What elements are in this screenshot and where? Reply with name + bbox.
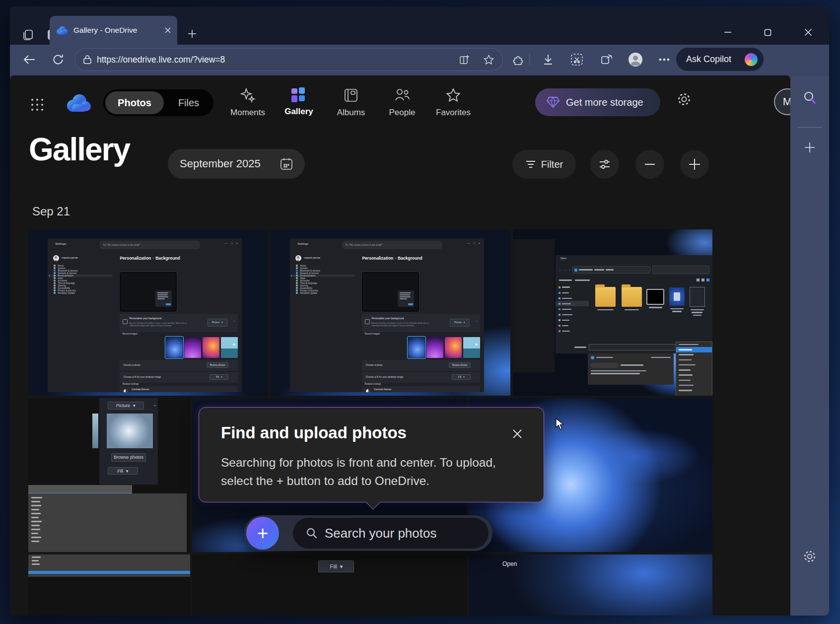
callout-close-icon[interactable] xyxy=(511,427,524,440)
mini-settings-nav: HomeSystemBluetooth & devicesNetwork & i… xyxy=(290,265,360,294)
nav-albums[interactable]: Albums xyxy=(324,87,378,118)
get-more-storage-label: Get more storage xyxy=(566,97,643,108)
folder-icon xyxy=(622,287,642,307)
edge-sidebar xyxy=(790,75,829,616)
sliders-icon xyxy=(599,159,611,170)
folder-icon xyxy=(595,287,616,307)
back-icon[interactable] xyxy=(21,52,38,68)
browser-toolbar: https://onedrive.live.com/?view=8 xyxy=(10,45,829,74)
photo-fragment-open[interactable]: Open xyxy=(469,555,712,616)
get-more-storage-button[interactable]: Get more storage xyxy=(535,88,660,116)
toolbar-divider xyxy=(529,53,530,66)
onedrive-favicon xyxy=(56,25,69,35)
fragment-open-label: Open xyxy=(502,560,517,567)
mini-settings-nav-item: Windows Update xyxy=(48,292,118,294)
filter-button[interactable]: Filter xyxy=(512,150,576,179)
nav-gallery[interactable]: Gallery xyxy=(272,87,326,117)
browser-content-area: Photos Files Moments Gallery xyxy=(10,74,829,616)
sidebar-divider xyxy=(797,127,822,128)
copilot-icon xyxy=(745,53,758,66)
zoom-out-button[interactable] xyxy=(635,150,664,179)
account-avatar[interactable]: M xyxy=(774,88,790,115)
image-file-icon xyxy=(669,287,685,306)
month-label: September 2025 xyxy=(180,157,272,170)
sidebar-settings-gear-icon[interactable] xyxy=(801,548,818,565)
app-launcher-icon[interactable] xyxy=(31,98,44,111)
video-file-icon xyxy=(646,289,664,305)
ask-copilot-button[interactable]: Ask Copilot xyxy=(676,48,764,71)
search-placeholder: Search your photos xyxy=(325,526,436,541)
people-icon xyxy=(394,87,411,103)
search-icon xyxy=(306,527,318,539)
split-screen-icon[interactable] xyxy=(459,54,470,65)
teaching-callout: Find and upload photos Searching for pho… xyxy=(199,407,544,502)
refresh-icon[interactable] xyxy=(50,52,67,68)
callout-title: Find and upload photos xyxy=(221,423,407,442)
photo-settings-fragment[interactable]: Picture▾ › Browse photos Fill▾ xyxy=(28,398,190,552)
document-file-icon xyxy=(690,287,705,307)
filter-label: Filter xyxy=(541,159,563,170)
nav-albums-label: Albums xyxy=(337,108,365,118)
mini-dropdown-list xyxy=(676,342,712,396)
nav-favorites-label: Favorites xyxy=(436,108,471,118)
photos-files-toggle: Photos Files xyxy=(103,89,213,116)
month-picker-button[interactable]: September 2025 xyxy=(168,149,305,179)
photo-settings-screenshot-2[interactable]: Settings Try "My mouse pointer is too sm… xyxy=(271,229,510,396)
browser-tab[interactable]: Gallery - OneDrive xyxy=(50,16,177,45)
lock-icon xyxy=(83,55,92,65)
filter-icon xyxy=(525,160,536,169)
mini-settings-search: Try "My mouse pointer is too small" xyxy=(100,241,200,249)
mini-settings-search: Try "My mouse pointer is too small" xyxy=(342,241,442,249)
account-avatar-initial: M xyxy=(783,95,790,108)
date-section-label: Sep 21 xyxy=(32,205,70,218)
more-menu-icon[interactable] xyxy=(656,52,672,67)
page-title: Gallery xyxy=(29,131,130,168)
window-maximize-button[interactable] xyxy=(757,24,778,40)
profile-avatar-icon[interactable] xyxy=(628,52,643,67)
search-input[interactable]: Search your photos xyxy=(293,518,489,549)
sidebar-search-icon[interactable] xyxy=(801,89,818,106)
screenshot-icon[interactable] xyxy=(569,52,585,67)
photo-settings-screenshot-1[interactable]: Settings Try "My mouse pointer is too sm… xyxy=(28,229,268,396)
nav-moments[interactable]: Moments xyxy=(220,87,275,118)
favorite-star-icon[interactable] xyxy=(483,54,494,66)
browser-window: Gallery - OneDrive xyxy=(10,6,829,616)
photo-fragment-gray[interactable] xyxy=(28,555,190,616)
settings-gear-icon[interactable] xyxy=(677,92,692,107)
ask-copilot-label: Ask Copilot xyxy=(686,54,745,65)
mini-explorer-window: Open ←→↑ xyxy=(556,255,712,353)
gallery-grid-icon xyxy=(291,87,306,102)
window-close-button[interactable] xyxy=(797,24,819,40)
callout-body: Searching for photos is front and center… xyxy=(221,453,519,490)
add-photos-button[interactable]: + xyxy=(246,517,279,550)
diamond-icon xyxy=(546,96,560,109)
toggle-files[interactable]: Files xyxy=(164,97,213,109)
nav-favorites[interactable]: Favorites xyxy=(426,87,481,118)
onedrive-logo-icon[interactable] xyxy=(65,92,93,113)
nav-gallery-label: Gallery xyxy=(284,107,313,117)
workspaces-icon[interactable] xyxy=(21,27,36,42)
mini-settings-window: Settings Try "My mouse pointer is too sm… xyxy=(290,238,484,392)
toggle-photos[interactable]: Photos xyxy=(105,91,164,114)
photo-search-bar: + Search your photos xyxy=(244,515,492,551)
star-icon xyxy=(445,87,461,103)
album-icon xyxy=(343,87,359,103)
downloads-icon[interactable] xyxy=(540,52,556,67)
address-bar[interactable]: https://onedrive.live.com/?view=8 xyxy=(74,48,503,71)
nav-people[interactable]: People xyxy=(375,87,429,118)
window-minimize-button[interactable] xyxy=(717,24,739,40)
mouse-cursor xyxy=(555,418,565,431)
sidebar-add-icon[interactable] xyxy=(801,139,818,156)
url-text[interactable]: https://onedrive.live.com/?view=8 xyxy=(97,55,459,65)
new-tab-button[interactable] xyxy=(185,26,200,41)
mini-notification-card xyxy=(588,353,674,385)
view-options-button[interactable] xyxy=(590,150,619,179)
tab-title: Gallery - OneDrive xyxy=(73,26,164,35)
extensions-icon[interactable] xyxy=(510,52,526,67)
zoom-in-button[interactable] xyxy=(680,150,709,179)
photo-fragment-fill[interactable]: Fill▾ xyxy=(192,555,467,616)
nav-moments-label: Moments xyxy=(230,108,265,118)
tab-close-icon[interactable] xyxy=(164,27,171,34)
photo-explorer-screenshot[interactable]: Open ←→↑ xyxy=(513,229,712,396)
share-icon[interactable] xyxy=(599,52,615,67)
